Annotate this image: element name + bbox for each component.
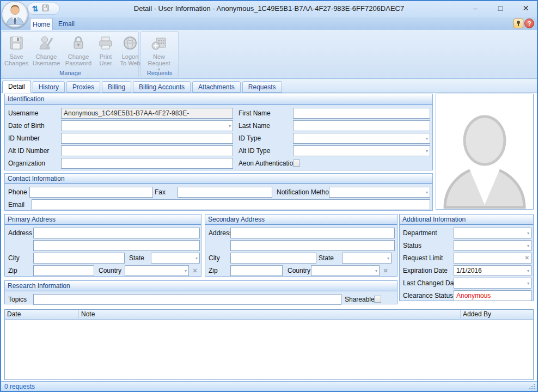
status-combobox[interactable]: ▾ xyxy=(454,240,531,251)
id-number-field[interactable] xyxy=(61,133,233,144)
notification-method-combobox[interactable]: ▾ xyxy=(329,187,430,198)
zip-field[interactable] xyxy=(230,265,283,276)
clear-country-button[interactable]: ✕ xyxy=(191,265,199,276)
logon-to-web-button[interactable]: Logon To Web xyxy=(118,33,143,66)
secondary-address-section: Secondary Address Address City State ▾ Z… xyxy=(205,214,398,277)
alt-id-type-combobox[interactable]: ▾ xyxy=(293,145,430,156)
phone-field[interactable] xyxy=(29,187,153,198)
clear-icon: ✕ xyxy=(192,267,197,274)
save-changes-button[interactable]: Save Changes xyxy=(3,33,29,66)
clear-country-button[interactable]: ✕ xyxy=(382,265,389,276)
change-password-button[interactable]: Change Password xyxy=(63,33,94,66)
column-header-note[interactable]: Note xyxy=(79,310,461,320)
country-combobox[interactable]: ▾ xyxy=(311,265,380,276)
tab-billing[interactable]: Billing xyxy=(102,81,131,93)
address-line1-field[interactable] xyxy=(33,228,200,238)
minimize-icon: – xyxy=(473,4,478,13)
fax-field[interactable] xyxy=(178,187,272,198)
email-label: Email xyxy=(8,199,25,210)
shareable-checkbox[interactable] xyxy=(374,296,381,303)
switch-user-icon[interactable]: ⇅ xyxy=(32,4,39,13)
last-changed-date-combobox[interactable]: ▾ xyxy=(454,278,531,289)
tab-billing-accounts[interactable]: Billing Accounts xyxy=(133,81,191,93)
tab-history[interactable]: History xyxy=(33,81,65,93)
save-icon[interactable] xyxy=(41,4,50,14)
address-line2-field[interactable] xyxy=(33,240,200,251)
research-information-section: Research Information Topics Shareable xyxy=(4,280,398,304)
identification-section: Identification Username Anonymous_1C49E5… xyxy=(4,94,433,170)
chevron-down-icon: ▾ xyxy=(426,191,428,195)
notification-method-label: Notification Method xyxy=(277,187,333,198)
pushpin-icon[interactable] xyxy=(513,19,523,28)
address-line2-field[interactable] xyxy=(230,240,395,251)
topics-field[interactable] xyxy=(33,294,341,305)
clearance-status-field[interactable]: Anonymous xyxy=(454,290,531,301)
aeon-authentication-checkbox[interactable] xyxy=(293,160,300,167)
ribbon-tab-strip xyxy=(0,17,538,30)
clear-icon[interactable]: ✕ xyxy=(525,255,529,261)
id-type-label: ID Type xyxy=(239,133,261,144)
group-label-requests: Requests xyxy=(141,70,178,76)
zip-field[interactable] xyxy=(33,265,94,276)
section-header: Contact Information xyxy=(5,174,432,184)
close-button[interactable]: ✕ xyxy=(513,0,538,17)
change-username-button[interactable]: Change Username xyxy=(30,33,62,66)
alt-id-number-field[interactable] xyxy=(61,145,233,156)
state-combobox[interactable]: ▾ xyxy=(342,253,392,264)
chevron-down-icon: ▾ xyxy=(195,256,198,261)
application-menu-button[interactable] xyxy=(2,1,28,28)
minimize-button[interactable]: – xyxy=(463,0,488,17)
additional-information-section: Additional Information Department ▾ Stat… xyxy=(399,214,534,301)
new-request-button[interactable]: New Request ▾ xyxy=(142,33,176,72)
user-edit-icon xyxy=(38,34,55,52)
column-header-added-by[interactable]: Added By xyxy=(461,310,533,320)
alt-id-type-label: Alt ID Type xyxy=(239,145,270,156)
ribbon-group-requests: New Request ▾ Requests xyxy=(140,31,179,77)
last-name-field[interactable] xyxy=(293,120,430,131)
city-label: City xyxy=(8,253,20,264)
id-type-combobox[interactable]: ▾ xyxy=(293,133,430,144)
chevron-down-icon: ▾ xyxy=(426,149,428,154)
resize-grip[interactable] xyxy=(534,388,535,389)
chevron-down-icon: ▾ xyxy=(229,124,231,128)
request-limit-field[interactable]: ✕ xyxy=(454,253,531,264)
ribbon-tab-home[interactable]: Home xyxy=(30,18,53,30)
tab-requests[interactable]: Requests xyxy=(242,81,282,93)
tab-detail[interactable]: Detail xyxy=(2,81,31,93)
zip-label: Zip xyxy=(8,265,17,276)
window-title: Detail - User Information - Anonymous_1C… xyxy=(0,4,538,13)
country-combobox[interactable]: ▾ xyxy=(125,265,189,276)
notes-grid: Date Note Added By xyxy=(4,309,534,380)
last-changed-date-label: Last Changed Date xyxy=(403,278,459,289)
notes-grid-body[interactable] xyxy=(5,320,533,379)
print-user-button[interactable]: Print User xyxy=(95,33,117,66)
maximize-button[interactable]: □ xyxy=(488,0,513,17)
primary-address-section: Primary Address Address City State ▾ Zip… xyxy=(4,214,201,277)
city-field[interactable] xyxy=(33,253,125,264)
organization-field[interactable] xyxy=(61,158,233,169)
department-combobox[interactable]: ▾ xyxy=(454,228,531,238)
user-photo-box[interactable] xyxy=(436,94,534,210)
city-field[interactable] xyxy=(230,253,316,264)
country-label: Country xyxy=(288,265,310,276)
globe-icon xyxy=(121,34,139,52)
chevron-down-icon: ▾ xyxy=(527,281,529,286)
help-icon[interactable]: ? xyxy=(524,19,534,28)
date-of-birth-combobox[interactable]: ▾ xyxy=(61,120,233,131)
first-name-field[interactable] xyxy=(293,108,430,119)
column-header-date[interactable]: Date xyxy=(5,310,79,320)
floppy-disk-icon xyxy=(8,34,25,52)
email-field[interactable] xyxy=(32,199,430,210)
user-avatar-icon xyxy=(2,2,28,27)
topics-label: Topics xyxy=(8,294,27,305)
address-line1-field[interactable] xyxy=(230,228,395,238)
ribbon-tab-email[interactable]: Email xyxy=(54,18,78,30)
ribbon: Save Changes Change Username xyxy=(0,30,538,79)
tab-proxies[interactable]: Proxies xyxy=(66,81,100,93)
shareable-label: Shareable xyxy=(345,294,375,305)
tab-attachments[interactable]: Attachments xyxy=(192,81,241,93)
state-combobox[interactable]: ▾ xyxy=(151,253,200,264)
state-label: State xyxy=(129,253,144,264)
username-field[interactable]: Anonymous_1C49E5B1-B7AA-4F27-983E-6FF720… xyxy=(61,108,233,119)
expiration-date-combobox[interactable]: 1/1/2016▾ xyxy=(454,265,531,276)
